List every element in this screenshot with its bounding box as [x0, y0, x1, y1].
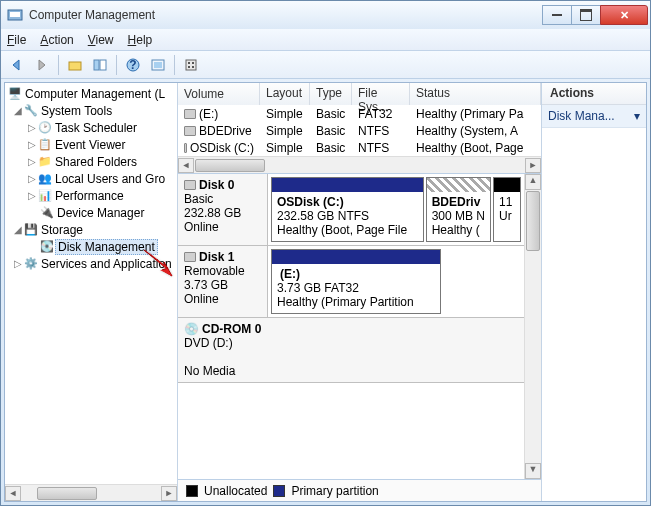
- partition-e[interactable]: (E:)3.73 GB FAT32Healthy (Primary Partit…: [271, 249, 441, 314]
- content-area: 🖥️Computer Management (L ◢🔧System Tools …: [4, 82, 647, 502]
- col-volume[interactable]: Volume: [178, 83, 260, 105]
- svg-rect-1: [10, 12, 20, 17]
- disk-row-cd[interactable]: 💿CD-ROM 0 DVD (D:) No Media: [178, 318, 524, 383]
- svg-rect-2: [69, 62, 81, 70]
- drive-icon: [184, 109, 196, 119]
- drive-icon: [184, 126, 196, 136]
- disk-row-1[interactable]: Disk 1 Removable3.73 GBOnline (E:)3.73 G…: [178, 246, 524, 318]
- svg-rect-3: [94, 60, 99, 70]
- minimize-button[interactable]: [542, 5, 572, 25]
- drive-icon: [184, 143, 187, 153]
- refresh-button[interactable]: [146, 54, 170, 76]
- tree-root[interactable]: 🖥️Computer Management (L: [5, 85, 177, 102]
- svg-text:?: ?: [129, 58, 136, 72]
- show-hide-tree-button[interactable]: [88, 54, 112, 76]
- volume-row[interactable]: BDEDriveSimpleBasicNTFSHealthy (System, …: [178, 122, 541, 139]
- maximize-button[interactable]: [571, 5, 601, 25]
- col-type[interactable]: Type: [310, 83, 352, 105]
- properties-button[interactable]: [179, 54, 203, 76]
- tree-task-scheduler[interactable]: ▷🕑Task Scheduler: [5, 119, 177, 136]
- disk-0-info: Disk 0 Basic232.88 GBOnline: [178, 174, 268, 245]
- cdrom-icon: 💿: [184, 322, 199, 336]
- partition-bdedrive[interactable]: BDEDriv300 MB NHealthy (: [426, 177, 491, 242]
- forward-button[interactable]: [30, 54, 54, 76]
- partition-unallocated[interactable]: 11Ur: [493, 177, 521, 242]
- disk-icon: [184, 252, 196, 262]
- close-button[interactable]: [600, 5, 648, 25]
- svg-rect-13: [192, 66, 194, 68]
- legend-unallocated-label: Unallocated: [204, 484, 267, 498]
- svg-rect-10: [188, 62, 190, 64]
- tree-hscroll[interactable]: ◄►: [5, 484, 177, 501]
- actions-disk-management[interactable]: Disk Mana... ▾: [542, 105, 646, 128]
- cdrom-info: 💿CD-ROM 0 DVD (D:) No Media: [178, 318, 524, 382]
- volume-hscroll[interactable]: ◄►: [178, 156, 541, 173]
- menu-file[interactable]: File: [7, 33, 26, 47]
- partition-osdisk[interactable]: OSDisk (C:)232.58 GB NTFSHealthy (Boot, …: [271, 177, 424, 242]
- back-button[interactable]: [5, 54, 29, 76]
- legend-primary-swatch: [273, 485, 285, 497]
- toolbar: ?: [1, 51, 650, 79]
- disk-vscroll[interactable]: ▲▼: [524, 174, 541, 479]
- tree-shared-folders[interactable]: ▷📁Shared Folders: [5, 153, 177, 170]
- window-title: Computer Management: [29, 8, 543, 22]
- tree-local-users[interactable]: ▷👥Local Users and Gro: [5, 170, 177, 187]
- menu-help[interactable]: Help: [128, 33, 153, 47]
- computer-management-window: Computer Management File Action View Hel…: [0, 0, 651, 506]
- svg-rect-4: [100, 60, 106, 70]
- volume-row[interactable]: OSDisk (C:)SimpleBasicNTFSHealthy (Boot,…: [178, 139, 541, 156]
- actions-header: Actions: [542, 83, 646, 105]
- svg-rect-8: [154, 62, 162, 68]
- disk-1-info: Disk 1 Removable3.73 GBOnline: [178, 246, 268, 317]
- tree-services[interactable]: ▷⚙️Services and Application: [5, 255, 177, 272]
- up-button[interactable]: [63, 54, 87, 76]
- menubar: File Action View Help: [1, 29, 650, 51]
- tree-storage[interactable]: ◢💾Storage: [5, 221, 177, 238]
- volume-list: Volume Layout Type File Sys... Status (E…: [178, 83, 541, 174]
- menu-action[interactable]: Action: [40, 33, 73, 47]
- volume-row[interactable]: (E:)SimpleBasicFAT32Healthy (Primary Pa: [178, 105, 541, 122]
- disk-icon: [184, 180, 196, 190]
- actions-pane: Actions Disk Mana... ▾: [542, 83, 646, 501]
- tree-disk-management[interactable]: 💽Disk Management: [5, 238, 177, 255]
- titlebar[interactable]: Computer Management: [1, 1, 650, 29]
- legend-unallocated-swatch: [186, 485, 198, 497]
- app-icon: [7, 7, 23, 23]
- col-status[interactable]: Status: [410, 83, 541, 105]
- menu-view[interactable]: View: [88, 33, 114, 47]
- col-layout[interactable]: Layout: [260, 83, 310, 105]
- tree-system-tools[interactable]: ◢🔧System Tools: [5, 102, 177, 119]
- svg-rect-9: [186, 60, 196, 70]
- volume-header[interactable]: Volume Layout Type File Sys... Status: [178, 83, 541, 105]
- legend: Unallocated Primary partition: [178, 479, 541, 501]
- tree-event-viewer[interactable]: ▷📋Event Viewer: [5, 136, 177, 153]
- tree-pane: 🖥️Computer Management (L ◢🔧System Tools …: [5, 83, 178, 501]
- disk-row-0[interactable]: Disk 0 Basic232.88 GBOnline OSDisk (C:)2…: [178, 174, 524, 246]
- col-filesystem[interactable]: File Sys...: [352, 83, 410, 105]
- tree-device-manager[interactable]: 🔌Device Manager: [5, 204, 177, 221]
- chevron-down-icon: ▾: [634, 109, 640, 123]
- legend-primary-label: Primary partition: [291, 484, 378, 498]
- center-pane: Volume Layout Type File Sys... Status (E…: [178, 83, 542, 501]
- svg-rect-12: [188, 66, 190, 68]
- tree-performance[interactable]: ▷📊Performance: [5, 187, 177, 204]
- disk-map: Disk 0 Basic232.88 GBOnline OSDisk (C:)2…: [178, 174, 541, 479]
- svg-rect-11: [192, 62, 194, 64]
- help-button[interactable]: ?: [121, 54, 145, 76]
